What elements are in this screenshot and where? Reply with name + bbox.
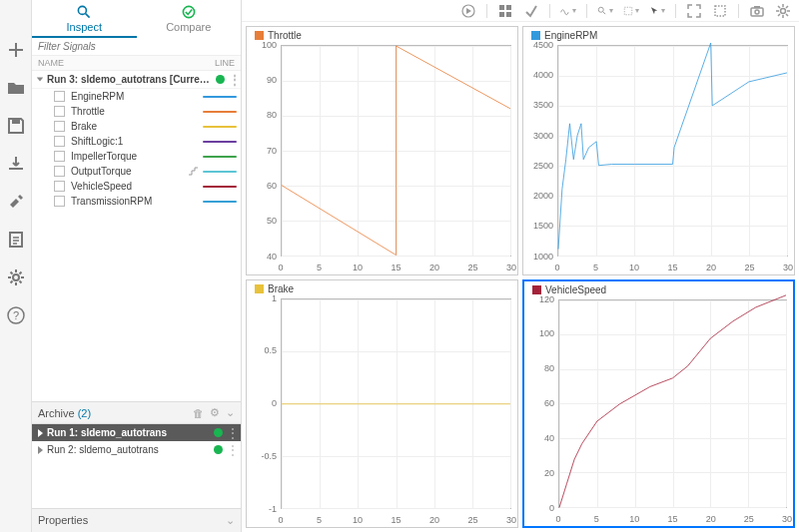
checkbox[interactable] <box>54 166 65 177</box>
svg-point-2 <box>13 274 19 280</box>
kebab-menu-icon[interactable]: ⋮ <box>229 78 237 82</box>
tab-compare[interactable]: Compare <box>137 0 242 38</box>
import-icon[interactable] <box>6 154 26 174</box>
signal-name: OutputTorque <box>71 166 188 177</box>
kebab-menu-icon[interactable]: ⋮ <box>227 448 235 452</box>
plot-panel[interactable]: VehicleSpeed020406080100120051015202530 <box>522 279 795 529</box>
signal-name: Brake <box>71 121 203 132</box>
expand-icon[interactable] <box>686 3 702 19</box>
line-sample-icon <box>203 126 237 128</box>
status-dot-icon <box>214 428 223 437</box>
archive-header[interactable]: Archive (2) 🗑 ⚙ ⌄ <box>32 401 241 424</box>
line-sample-icon <box>203 156 237 158</box>
status-dot-icon <box>216 75 225 84</box>
line-sample-icon <box>203 171 237 173</box>
checkbox[interactable] <box>54 181 65 192</box>
signal-column-header: NAME LINE <box>32 56 241 71</box>
properties-header[interactable]: Properties ⌄ <box>32 508 241 532</box>
plot-title: Brake <box>255 283 294 294</box>
svg-rect-11 <box>506 12 511 17</box>
plot-area <box>281 298 511 510</box>
main-area: ▾ ▾ ▾ ▾ Throttle405060708090100051015202… <box>242 0 799 532</box>
folder-icon[interactable] <box>6 78 26 98</box>
run-icon[interactable] <box>460 3 476 19</box>
archive-run-2[interactable]: Run 2: sldemo_autotrans ⋮ <box>32 441 241 458</box>
help-icon[interactable]: ? <box>6 305 26 325</box>
left-icon-toolbar: ? <box>0 0 32 532</box>
settings-gear-icon[interactable] <box>6 267 26 287</box>
checkbox[interactable] <box>54 151 65 162</box>
report-icon[interactable] <box>6 230 26 250</box>
svg-rect-1 <box>10 233 22 247</box>
fit-icon[interactable]: ▾ <box>623 3 639 19</box>
export-icon[interactable] <box>6 192 26 212</box>
plot-title: VehicleSpeed <box>532 284 606 295</box>
signal-row[interactable]: ShiftLogic:1 <box>32 134 241 149</box>
signal-row[interactable]: Throttle <box>32 104 241 119</box>
svg-rect-13 <box>624 7 632 15</box>
line-sample-icon <box>203 141 237 143</box>
svg-point-18 <box>781 8 786 13</box>
svg-point-6 <box>183 6 194 17</box>
gear-small-icon[interactable]: ⚙ <box>210 406 220 419</box>
gear-icon[interactable] <box>775 3 791 19</box>
svg-point-16 <box>755 10 759 14</box>
plot-area <box>557 45 788 257</box>
pointer-icon[interactable]: ▾ <box>649 3 665 19</box>
plot-title: Throttle <box>255 30 302 41</box>
signal-row[interactable]: Brake <box>32 119 241 134</box>
svg-rect-17 <box>754 6 760 8</box>
signal-name: TransmissionRPM <box>71 196 203 207</box>
signal-type-icon[interactable]: ▾ <box>560 3 576 19</box>
line-sample-icon <box>203 186 237 188</box>
trash-icon[interactable]: 🗑 <box>193 407 204 419</box>
checkbox[interactable] <box>54 106 65 117</box>
chevron-down-icon[interactable]: ⌄ <box>226 406 235 419</box>
zoom-icon[interactable]: ▾ <box>597 3 613 19</box>
checkbox[interactable] <box>54 121 65 132</box>
add-icon[interactable] <box>6 40 26 60</box>
signal-row[interactable]: TransmissionRPM <box>32 194 241 209</box>
status-dot-icon <box>214 445 223 454</box>
side-panel: Inspect Compare NAME LINE Run 3: sldemo_… <box>32 0 242 532</box>
svg-point-5 <box>79 6 87 14</box>
svg-rect-14 <box>715 6 725 16</box>
signal-row[interactable]: VehicleSpeed <box>32 179 241 194</box>
plot-area <box>281 45 511 257</box>
maximize-icon[interactable] <box>712 3 728 19</box>
clear-icon[interactable] <box>523 3 539 19</box>
tab-inspect[interactable]: Inspect <box>32 0 137 38</box>
kebab-menu-icon[interactable]: ⋮ <box>227 431 235 435</box>
svg-rect-10 <box>499 12 504 17</box>
chevron-down-icon[interactable]: ⌄ <box>226 514 235 527</box>
svg-point-12 <box>598 7 603 12</box>
plot-panel[interactable]: EngineRPM1000150020002500300035004000450… <box>522 26 795 275</box>
signal-row[interactable]: OutputTorque <box>32 164 241 179</box>
signal-name: VehicleSpeed <box>71 181 203 192</box>
archive-run-1[interactable]: Run 1: sldemo_autotrans ⋮ <box>32 424 241 441</box>
disclosure-triangle-icon <box>38 429 43 437</box>
current-run-row[interactable]: Run 3: sldemo_autotrans [Current] ⋮ <box>32 71 241 89</box>
signal-name: ImpellerTorque <box>71 151 203 162</box>
save-icon[interactable] <box>6 116 26 136</box>
filter-signals-input[interactable] <box>32 38 241 56</box>
signal-row[interactable]: ImpellerTorque <box>32 149 241 164</box>
checkbox[interactable] <box>54 196 65 207</box>
snapshot-icon[interactable] <box>749 3 765 19</box>
svg-rect-0 <box>12 119 20 124</box>
signal-name: ShiftLogic:1 <box>71 136 203 147</box>
disclosure-triangle-icon <box>38 446 43 454</box>
line-sample-icon <box>203 96 237 98</box>
signal-name: EngineRPM <box>71 91 203 102</box>
plot-area <box>558 299 787 509</box>
svg-rect-15 <box>751 8 763 16</box>
plot-panel[interactable]: Throttle405060708090100051015202530 <box>246 26 518 275</box>
signal-row[interactable]: EngineRPM <box>32 89 241 104</box>
plot-panel[interactable]: Brake-1-0.500.51051015202530 <box>246 279 518 529</box>
checkbox[interactable] <box>54 136 65 147</box>
svg-text:?: ? <box>12 309 18 321</box>
line-sample-icon <box>203 111 237 113</box>
plot-toolbar: ▾ ▾ ▾ ▾ <box>242 0 799 22</box>
checkbox[interactable] <box>54 91 65 102</box>
layout-grid-icon[interactable] <box>497 3 513 19</box>
